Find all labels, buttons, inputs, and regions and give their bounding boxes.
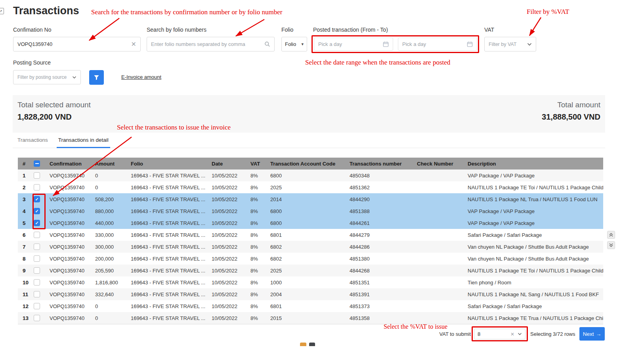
cell-transaction-number: 4844279 <box>345 229 412 241</box>
row-checkbox[interactable] <box>34 255 40 262</box>
table-row[interactable]: 12VOPQ13597400169643 - FIVE STAR TRAVEL … <box>18 300 603 312</box>
cell-description: NAUTILUS 1 Package TE Toi / NAUTILUS 1 P… <box>463 181 603 193</box>
header-number: # <box>18 158 31 169</box>
annotation-search-hint: Search for the transactions by confirmat… <box>91 8 282 16</box>
cell-description: VAP Package / VAP Package <box>463 217 603 229</box>
row-checkbox[interactable] <box>34 232 40 238</box>
cell-folio: 169643 - FIVE STAR TRAVEL ... <box>126 312 207 324</box>
cell-account-code: 6800 <box>266 217 345 229</box>
clear-icon[interactable]: ✕ <box>131 41 136 48</box>
row-checkbox[interactable] <box>34 184 40 190</box>
clear-icon[interactable]: ✕ <box>510 332 514 337</box>
filter-button[interactable] <box>89 70 104 85</box>
row-checkbox-cell <box>31 205 45 217</box>
row-number: 6 <box>18 229 31 241</box>
table-row[interactable]: 5VOPQ1359740440,000169643 - FIVE STAR TR… <box>18 217 603 229</box>
folio-dropdown[interactable]: Folio ▾ <box>281 37 307 51</box>
scroll-to-bottom-button[interactable] <box>607 241 615 249</box>
cell-folio: 169643 - FIVE STAR TRAVEL ... <box>126 169 207 181</box>
row-checkbox-cell <box>31 253 45 265</box>
table-row[interactable]: 10VOPQ13597401,816,800169643 - FIVE STAR… <box>18 276 603 288</box>
tab-transactions-in-detail[interactable]: Transactions in detail <box>57 135 110 148</box>
row-checkbox[interactable] <box>34 244 40 250</box>
row-checkbox-cell <box>31 276 45 288</box>
cell-amount: 200,000 <box>90 253 126 265</box>
cell-folio: 169643 - FIVE STAR TRAVEL ... <box>126 265 207 276</box>
cell-folio: 169643 - FIVE STAR TRAVEL ... <box>126 300 207 312</box>
table-row[interactable]: 9VOPQ1359740205,590169643 - FIVE STAR TR… <box>18 265 603 276</box>
header-transactions-number: Transactions number <box>345 158 412 169</box>
table-row[interactable]: 7VOPQ1359740300,000169643 - FIVE STAR TR… <box>18 241 603 253</box>
annotation-select-vat-hint: Select the %VAT to issue <box>384 323 447 330</box>
vat-to-submit-dropdown[interactable]: 8 ✕ <box>474 329 526 339</box>
table-row[interactable]: 2VOPQ13597400169643 - FIVE STAR TRAVEL .… <box>18 181 603 193</box>
confirmation-no-input[interactable]: ✕ <box>13 37 141 51</box>
row-checkbox[interactable] <box>34 267 40 274</box>
row-number: 8 <box>18 253 31 265</box>
header-account-code: Transaction Account Code <box>266 158 345 169</box>
cell-amount: 330,000 <box>90 229 126 241</box>
transactions-table: # Confirmation Amount Folio Date VAT Tra… <box>18 158 603 324</box>
cell-description: Safari Package / Safari Package <box>463 229 603 241</box>
row-checkbox-cell <box>31 312 45 324</box>
cell-description: NAUTILUS 1 Package NL Sang / NAUTILUS 1 … <box>463 288 603 300</box>
row-number: 10 <box>18 276 31 288</box>
cell-date: 10/05/2022 <box>207 253 246 265</box>
header-check-number: Check Number <box>412 158 463 169</box>
date-from-placeholder: Pick a day <box>318 41 380 47</box>
table-row[interactable]: 6VOPQ1359740330,000169643 - FIVE STAR TR… <box>18 229 603 241</box>
table-row[interactable]: 13VOPQ13597400169643 - FIVE STAR TRAVEL … <box>18 312 603 324</box>
cell-account-code: 2014 <box>266 193 345 205</box>
cell-transaction-number: 4851362 <box>345 181 412 193</box>
row-checkbox[interactable] <box>34 172 40 179</box>
row-checkbox[interactable] <box>34 208 40 214</box>
funnel-icon <box>94 74 99 80</box>
cell-account-code: 6801 <box>266 229 345 241</box>
confirmation-no-label: Confimation No <box>13 27 52 33</box>
date-from-input[interactable]: Pick a day <box>314 38 393 51</box>
cell-confirmation: VOPQ1359740 <box>45 217 90 229</box>
row-number: 4 <box>18 205 31 217</box>
row-checkbox[interactable] <box>34 196 40 202</box>
table-row[interactable]: 11VOPQ1359740332,640169643 - FIVE STAR T… <box>18 288 603 300</box>
cell-confirmation: VOPQ1359740 <box>45 181 90 193</box>
table-row[interactable]: 8VOPQ1359740200,000169643 - FIVE STAR TR… <box>18 253 603 265</box>
row-checkbox[interactable] <box>34 303 40 309</box>
cell-confirmation: VOPQ1359740 <box>45 169 90 181</box>
cell-confirmation: VOPQ1359740 <box>45 288 90 300</box>
annotation-date-range-hint: Select the date range when the transacti… <box>305 59 450 67</box>
cell-check-number <box>412 181 463 193</box>
next-button[interactable]: Next → <box>579 327 605 341</box>
table-row[interactable]: 4VOPQ1359740880,000169643 - FIVE STAR TR… <box>18 205 603 217</box>
confirmation-no-value[interactable] <box>17 41 129 47</box>
row-checkbox[interactable] <box>34 220 40 226</box>
row-number: 7 <box>18 241 31 253</box>
row-checkbox[interactable] <box>34 315 40 321</box>
einvoice-amount-link[interactable]: E-Invoice amount <box>121 74 161 80</box>
table-row[interactable]: 1VOPQ13597400169643 - FIVE STAR TRAVEL .… <box>18 169 603 181</box>
annotation-select-rows-hint: Select the transactions to issue the inv… <box>117 124 231 131</box>
cell-vat: 8% <box>246 265 266 276</box>
chevron-down-icon <box>527 43 532 46</box>
date-to-input[interactable]: Pick a day <box>398 38 477 51</box>
row-checkbox[interactable] <box>34 291 40 297</box>
select-all-checkbox[interactable] <box>34 160 40 167</box>
cell-account-code: 6802 <box>266 253 345 265</box>
cell-transaction-number: 4844261 <box>345 217 412 229</box>
table-row[interactable]: 3VOPQ1359740508,200169643 - FIVE STAR TR… <box>18 193 603 205</box>
cell-amount: 0 <box>90 300 126 312</box>
cell-folio: 169643 - FIVE STAR TRAVEL ... <box>126 253 207 265</box>
row-number: 12 <box>18 300 31 312</box>
row-number: 11 <box>18 288 31 300</box>
row-checkbox[interactable] <box>34 279 40 286</box>
header-checkbox-cell <box>31 158 45 169</box>
posting-source-dropdown[interactable]: Filter by posting source <box>13 70 81 84</box>
cell-vat: 8% <box>246 229 266 241</box>
cell-vat: 8% <box>246 241 266 253</box>
tab-transactions[interactable]: Transactions <box>16 135 50 148</box>
row-checkbox-cell <box>31 217 45 229</box>
vat-filter-dropdown[interactable]: Filter by VAT <box>484 37 536 51</box>
folio-search-value[interactable] <box>151 41 262 47</box>
folio-search-input[interactable] <box>147 37 275 51</box>
scroll-to-top-button[interactable] <box>607 231 615 239</box>
